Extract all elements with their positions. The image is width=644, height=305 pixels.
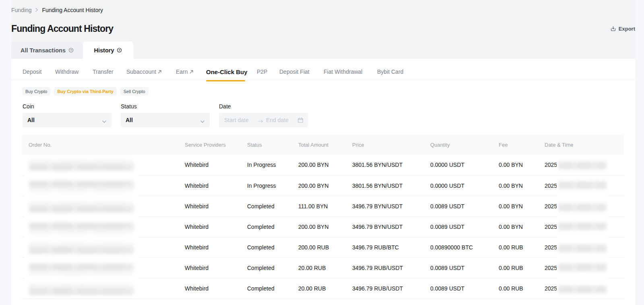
- svg-text:?: ?: [119, 48, 121, 52]
- svg-text:?: ?: [70, 48, 72, 52]
